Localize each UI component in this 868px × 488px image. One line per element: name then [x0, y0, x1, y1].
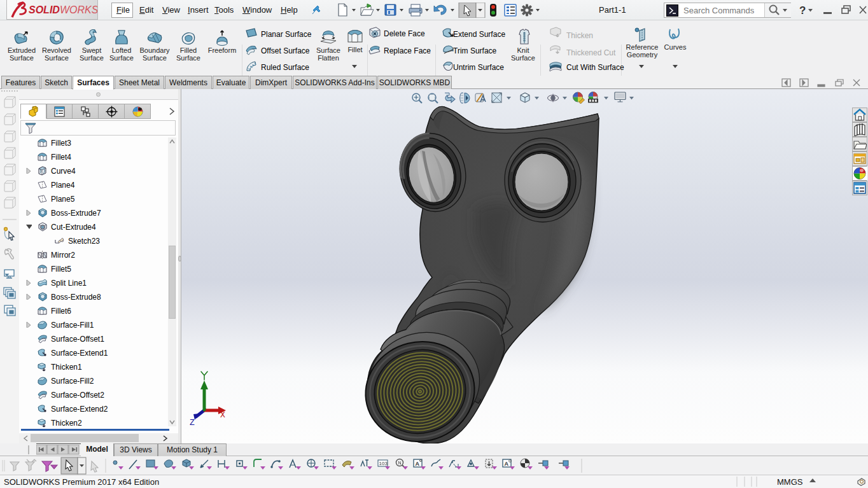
- svg-text:Z: Z: [190, 418, 195, 428]
- svg-text:A: A: [505, 461, 509, 467]
- svg-text:X: X: [220, 410, 225, 420]
- svg-text:SOLID: SOLID: [29, 4, 60, 15]
- svg-text:N: N: [398, 461, 402, 465]
- svg-text:A: A: [416, 461, 420, 467]
- svg-text:103: 103: [379, 461, 388, 466]
- svg-text:?: ?: [799, 4, 806, 17]
- svg-text:WORKS: WORKS: [60, 4, 97, 15]
